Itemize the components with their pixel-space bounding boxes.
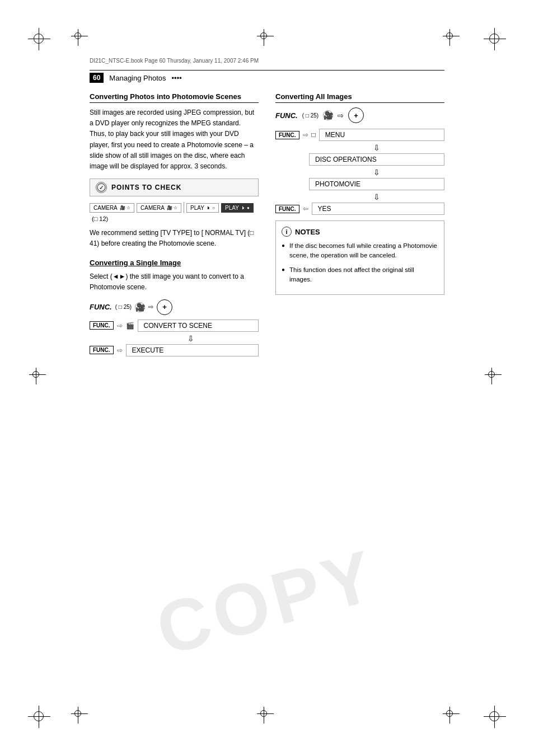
single-image-body: Select (◄►) the still image you want to … [90,271,259,293]
step-arrow-convert: ⇨ [117,322,123,330]
reg-mark-bottom-left-inner [73,708,90,725]
reg-mark-top-left [31,31,48,48]
left-column: Converting Photos into Photomovie Scenes… [90,92,259,359]
sub-section-single-image: Converting a Single Image [90,259,259,267]
reg-mark-bottom-right [486,708,503,725]
reg-mark-center-left [31,369,48,386]
reg-mark-bottom-left [31,708,48,725]
left-section-title: Converting Photos into Photomovie Scenes [90,92,259,103]
body-text-intro: Still images are recorded using JPEG com… [90,107,259,172]
notes-box: i NOTES If the disc becomes full while c… [275,220,444,295]
step-arrow-execute: ⇨ [117,346,123,354]
step-yes: FUNC. ⇦ YES [275,203,444,215]
svg-text:✓: ✓ [99,185,104,191]
notes-title: NOTES [295,228,320,236]
reg-mark-bottom-center [259,708,275,725]
mode-ref: (□ 12) [92,215,108,222]
right-column: Converting All Images FUNC. ( □ 25) 🎥 ⇨ … [275,92,444,359]
mode-separator [184,202,184,213]
func-btn-execute: FUNC. [90,346,114,354]
func-label-left: FUNC. [90,303,112,311]
reg-mark-top-left-inner [73,31,90,48]
mode-btn-camera1: CAMERA 🎥 ☆ [90,203,134,213]
func-icon-left: 🎥 [135,302,145,312]
func-icon-right: 🎥 [323,110,333,120]
func-ref-right: ( □ 25) [302,112,318,119]
file-info: DI21C_NTSC-E.book Page 60 Thursday, Janu… [90,58,259,64]
mode-btn-camera2: CAMERA 🎥 ☆ [137,203,181,213]
recommendation-text: We recommend setting [TV TYPE] to [ NORM… [90,228,259,249]
page-dots: •••• [172,74,182,82]
points-icon: ✓ [96,182,107,193]
step-icon-menu: □ [312,131,316,139]
down-arrow-2: ⇩ [309,168,444,177]
note-item-2: This function does not affect the origin… [282,265,438,285]
reg-mark-top-right-inner [444,31,461,48]
func-display-right: FUNC. ( □ 25) 🎥 ⇨ + [275,107,444,123]
func-ref-left: ( □ 25) [115,304,132,310]
func-btn-convert: FUNC. [90,321,114,330]
func-btn-yes: FUNC. [275,205,299,213]
func-display-left: FUNC. ( □ 25) 🎥 ⇨ + [90,299,259,315]
note-item-1: If the disc becomes full while creating … [282,241,438,261]
mode-buttons-row: CAMERA 🎥 ☆ CAMERA 🎥 ☆ PLAY ⏵ ○ PLAY ⏵ ● … [90,202,259,222]
mode-btn-play1: PLAY ⏵ ○ [186,203,219,213]
func-nav-circle-left: + [157,299,172,315]
notes-header: i NOTES [282,227,438,237]
step-arrow-yes: ⇦ [303,205,308,213]
step-box-disc-ops: DISC OPERATIONS [309,153,444,166]
copy-watermark: COPY [148,533,386,672]
step-icon-convert: 🎬 [126,322,134,330]
step-box-execute: EXECUTE [126,344,259,356]
step-box-convert: CONVERT TO SCENE [138,320,259,332]
step-box-photomovie: PHOTOMOVIE [309,178,444,190]
step-photomovie: PHOTOMOVIE [275,178,444,190]
step-menu: FUNC. ⇨ □ MENU [275,129,444,141]
reg-mark-top-center [259,31,275,48]
points-label: POINTS TO CHECK [111,184,181,191]
func-btn-menu: FUNC. [275,131,299,139]
step-arrow-menu: ⇨ [303,131,308,139]
func-arrow-right2: ⇨ [338,111,344,120]
points-to-check-box: ✓ POINTS TO CHECK [90,179,259,196]
right-section-title: Converting All Images [275,92,444,103]
reg-mark-bottom-right-inner [444,708,461,725]
step-box-menu: MENU [319,129,444,141]
mode-btn-play2: PLAY ⏵ ● [221,203,254,213]
func-arrow-right: ⇨ [148,303,153,311]
step-box-yes: YES [312,203,444,215]
notes-icon: i [282,227,292,237]
reg-mark-top-right [486,31,503,48]
main-content: Converting Photos into Photomovie Scenes… [90,92,444,359]
func-label-right: FUNC. [275,111,298,120]
step-execute: FUNC. ⇨ EXECUTE [90,344,259,356]
step-convert-to-scene: FUNC. ⇨ 🎬 CONVERT TO SCENE [90,320,259,332]
page-number: 60 [90,73,104,83]
right-func-line: FUNC. ( □ 25) 🎥 ⇨ + [275,107,444,123]
down-arrow-1: ⇩ [309,143,444,152]
page-title: Managing Photos [109,74,166,82]
step-disc-ops: DISC OPERATIONS [275,153,444,166]
reg-mark-center-right [486,369,503,386]
page-header: 60 Managing Photos •••• [90,70,444,83]
func-nav-circle-right: + [348,107,364,123]
func-line: FUNC. ( □ 25) 🎥 ⇨ + [90,299,259,315]
down-arrow-3: ⇩ [309,192,444,201]
down-arrow-single: ⇩ [123,334,259,343]
